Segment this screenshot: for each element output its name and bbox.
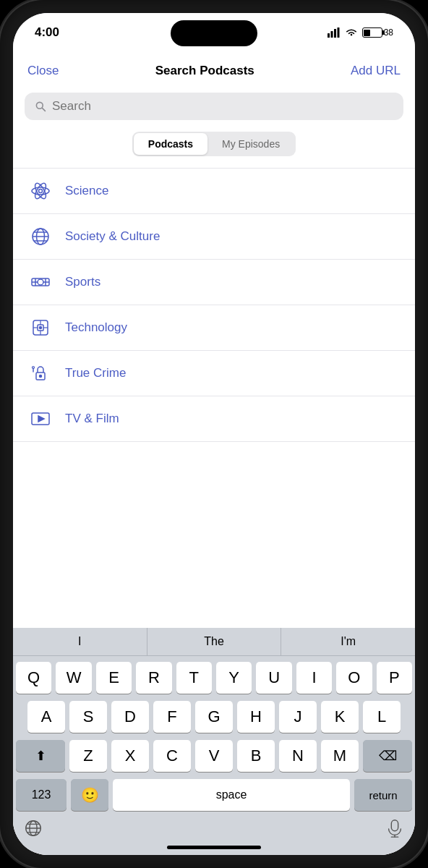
list-item[interactable]: Science	[13, 169, 415, 214]
modal-content: Close Search Podcasts Add URL Podcasts	[13, 52, 415, 855]
autocorrect-im[interactable]: I'm	[281, 628, 415, 655]
status-time: 4:00	[35, 25, 59, 40]
category-list: Science Society & Culture	[13, 168, 415, 628]
key-w[interactable]: W	[56, 662, 91, 694]
category-label: Technology	[65, 320, 127, 335]
technology-icon	[27, 315, 54, 341]
key-x[interactable]: X	[111, 740, 149, 772]
emoji-key[interactable]: 🙂	[71, 779, 108, 811]
list-item[interactable]: TV & Film	[13, 396, 415, 442]
add-url-button[interactable]: Add URL	[351, 64, 401, 78]
search-container	[13, 87, 415, 129]
numbers-key[interactable]: 123	[16, 779, 67, 811]
globe-icon	[27, 224, 54, 250]
shift-key[interactable]: ⬆	[16, 740, 65, 772]
autocorrect-the[interactable]: The	[147, 628, 282, 655]
key-n[interactable]: N	[279, 740, 317, 772]
search-bar	[25, 93, 403, 120]
key-u[interactable]: U	[256, 662, 291, 694]
key-row-2: A S D F G H J K L	[16, 701, 412, 733]
key-h[interactable]: H	[237, 701, 275, 733]
key-p[interactable]: P	[377, 662, 412, 694]
svg-rect-3	[337, 27, 339, 38]
svg-rect-1	[330, 31, 333, 38]
autocorrect-i[interactable]: I	[13, 628, 147, 655]
key-t[interactable]: T	[176, 662, 212, 694]
segmented-inner: Podcasts My Episodes	[132, 132, 296, 156]
svg-point-7	[32, 187, 49, 195]
key-c[interactable]: C	[153, 740, 191, 772]
category-label: True Crime	[65, 366, 126, 380]
keyboard-rows: Q W E R T Y U I O P A S	[13, 656, 415, 814]
phone-screen: 4:00	[13, 13, 415, 855]
microphone-icon[interactable]	[385, 818, 405, 838]
key-y[interactable]: Y	[216, 662, 252, 694]
battery-level: 38	[384, 27, 393, 38]
category-label: Society & Culture	[65, 229, 160, 244]
modal-header: Close Search Podcasts Add URL	[13, 52, 415, 87]
svg-rect-2	[334, 29, 336, 38]
category-label: Science	[65, 184, 108, 198]
svg-point-23	[40, 327, 42, 329]
svg-line-5	[42, 108, 45, 111]
battery-container: 38	[362, 27, 393, 38]
key-g[interactable]: G	[195, 701, 233, 733]
autocorrect-bar: I The I'm	[13, 628, 415, 656]
list-item[interactable]: True Crime	[13, 351, 415, 396]
key-k[interactable]: K	[321, 701, 359, 733]
space-key[interactable]: space	[113, 779, 350, 811]
true-crime-icon	[27, 360, 54, 386]
list-item[interactable]: Society & Culture	[13, 214, 415, 260]
key-l[interactable]: L	[363, 701, 401, 733]
list-item[interactable]: Sports	[13, 260, 415, 305]
category-label: TV & Film	[65, 412, 119, 426]
delete-key[interactable]: ⌫	[363, 740, 412, 772]
return-key[interactable]: return	[354, 779, 412, 811]
key-q[interactable]: Q	[16, 662, 51, 694]
key-r[interactable]: R	[136, 662, 171, 694]
key-row-4: 123 🙂 space return	[16, 779, 412, 811]
key-s[interactable]: S	[69, 701, 107, 733]
tab-podcasts[interactable]: Podcasts	[134, 133, 207, 155]
keyboard-area: I The I'm Q W E R T Y U I O	[13, 628, 415, 855]
list-item[interactable]: Technology	[13, 305, 415, 351]
key-m[interactable]: M	[321, 740, 359, 772]
key-o[interactable]: O	[336, 662, 372, 694]
dynamic-island	[171, 20, 257, 46]
key-j[interactable]: J	[279, 701, 317, 733]
key-v[interactable]: V	[195, 740, 233, 772]
atom-icon	[27, 178, 54, 204]
page-title: Search Podcasts	[155, 64, 254, 78]
svg-point-16	[38, 279, 43, 285]
svg-point-31	[33, 367, 35, 369]
signal-icon	[328, 27, 341, 38]
search-icon	[35, 101, 46, 112]
key-row-3: ⬆ Z X C V B N M ⌫	[16, 740, 412, 772]
close-button[interactable]: Close	[27, 64, 59, 78]
globe-keyboard-icon[interactable]	[23, 818, 43, 838]
tv-film-icon	[27, 406, 54, 432]
search-input[interactable]	[52, 99, 393, 114]
key-row-1: Q W E R T Y U I O P	[16, 662, 412, 694]
key-e[interactable]: E	[96, 662, 132, 694]
key-f[interactable]: F	[153, 701, 191, 733]
key-z[interactable]: Z	[69, 740, 107, 772]
category-label: Sports	[65, 275, 100, 289]
tab-my-episodes[interactable]: My Episodes	[207, 133, 294, 155]
key-d[interactable]: D	[111, 701, 149, 733]
segmented-control: Podcasts My Episodes	[13, 129, 415, 168]
wifi-icon	[345, 27, 358, 38]
key-a[interactable]: A	[27, 701, 65, 733]
svg-rect-0	[328, 33, 330, 38]
svg-point-6	[39, 190, 43, 193]
keyboard-bottom-bar	[13, 814, 415, 846]
phone-frame: 4:00	[0, 0, 428, 868]
home-indicator	[167, 846, 261, 849]
status-icons: 38	[328, 27, 393, 38]
svg-marker-33	[38, 416, 44, 422]
key-b[interactable]: B	[237, 740, 275, 772]
sports-icon	[27, 269, 54, 295]
svg-rect-39	[391, 820, 398, 831]
battery-icon	[362, 27, 382, 38]
key-i[interactable]: I	[296, 662, 332, 694]
